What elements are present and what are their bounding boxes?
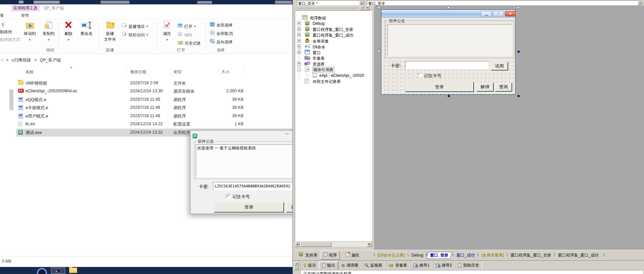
open-button[interactable]: 打开: [178, 23, 196, 30]
form-body[interactable]: 软件公告 卡密: 试用 记住卡号 登录 解绑 查询: [381, 17, 515, 95]
output-float-button[interactable]: □: [294, 266, 299, 270]
rename-button[interactable]: 重命名: [77, 20, 96, 44]
column-header-date[interactable]: 修改日期: [130, 69, 146, 75]
form-remember-label[interactable]: 记住卡号: [424, 73, 441, 79]
output-tab-search1[interactable]: 搜寻1: [410, 262, 433, 270]
combo-left-arrow[interactable]: [359, 1, 364, 5]
properties-button[interactable]: 属性: [159, 20, 175, 44]
form-card-input[interactable]: [405, 61, 489, 69]
file-row[interactable]: e卡密模式.e2023/7/16 11:46易程序38 KB: [16, 104, 292, 112]
form-remember-checkbox[interactable]: [418, 73, 422, 78]
form-query-button[interactable]: 查询: [495, 83, 512, 91]
output-tab-calls[interactable]: 调用表: [338, 262, 362, 270]
card-key-input[interactable]: LZ5C563E14575A4B8BB93A2DA9E2EA0502: [213, 182, 301, 190]
form-handle[interactable]: [518, 51, 520, 53]
login-button[interactable]: 登录: [214, 202, 284, 212]
breadcrumb[interactable]: > v23离线版 > QP_客户端: [6, 57, 63, 63]
minimize-button[interactable]: —: [282, 131, 292, 138]
file-tab[interactable]: [Dll命令定义表]: [374, 252, 408, 259]
panel-grip[interactable]: [297, 7, 357, 8]
column-separator[interactable]: [245, 68, 245, 75]
form-notice-textarea[interactable]: [387, 24, 512, 55]
output-tab-search2[interactable]: 搜寻2: [433, 262, 455, 270]
designed-form[interactable]: ▁ □ ✕ 软件公告 卡密: 试用 记住卡: [381, 9, 516, 95]
tab-view-fragment[interactable]: 看: [0, 13, 4, 18]
panel-float-button[interactable]: □: [360, 6, 364, 10]
output-close-button[interactable]: ×: [294, 262, 299, 266]
form-unbind-button[interactable]: 解绑: [477, 83, 493, 91]
tree-hscrollbar[interactable]: ◄ ►: [295, 242, 372, 247]
column-header-type[interactable]: 类型: [173, 69, 181, 75]
cut-button-fragment[interactable]: 刂: [0, 22, 4, 28]
column-separator[interactable]: [219, 68, 219, 75]
cortana-icon[interactable]: [37, 268, 47, 274]
remember-checkbox[interactable]: ✓: [226, 194, 230, 199]
output-tab-watch[interactable]: 监视表: [362, 262, 385, 270]
paste-shortcut-button-fragment[interactable]: 贴快捷方式: [0, 37, 20, 43]
file-tab-active[interactable]: 窗口_登录: [427, 252, 452, 259]
file-tab[interactable]: [全局变量表]: [478, 252, 507, 259]
notice-textarea[interactable]: 欢迎使用 一 量子云网络授权系统: [196, 144, 303, 177]
form-handle[interactable]: [448, 95, 450, 97]
select-all-button[interactable]: 全部选择: [210, 22, 232, 28]
form-designer-canvas[interactable]: ▁ □ ✕ 软件公告 卡密: 试用 记住卡: [374, 5, 644, 250]
combo-right-arrow[interactable]: [638, 1, 643, 5]
easy-access-button[interactable]: 轻松访问: [122, 32, 148, 38]
file-row[interactable]: lic.ini2024/12/24 14:22配置设置1 KB: [16, 120, 292, 128]
column-separator[interactable]: [170, 68, 171, 75]
file-tab[interactable]: 窗口_成功: [453, 252, 478, 259]
breadcrumb-item[interactable]: v23离线版: [10, 58, 33, 62]
file-row[interactable]: VMP授权锁2023/7/16 2:09文件夹: [16, 79, 292, 87]
window-select-combo-right[interactable]: 窗口_登录: [367, 0, 643, 5]
scroll-right-arrow[interactable]: ►: [367, 242, 372, 247]
form-handle[interactable]: [518, 95, 520, 97]
output-tab-output-selected[interactable]: 输出: [319, 262, 338, 270]
designer-handle[interactable]: [378, 6, 380, 9]
output-tab-variables[interactable]: 变量表: [385, 262, 410, 270]
form-maximize-button[interactable]: □: [493, 11, 504, 16]
invert-selection-button[interactable]: 反向选择: [210, 39, 232, 45]
output-tab-clip-history[interactable]: 剪辑历史: [455, 262, 482, 270]
output-content[interactable]: 正在统计需要编译的子程序: [300, 270, 643, 274]
form-trial-button[interactable]: 试用: [491, 62, 508, 70]
tab-manage[interactable]: 管理: [21, 13, 29, 18]
form-login-button[interactable]: 登录: [405, 82, 474, 92]
column-header-name[interactable]: 名称: [25, 69, 34, 75]
designer-handle[interactable]: [378, 50, 380, 52]
form-titlebar[interactable]: ▁ □ ✕: [381, 10, 515, 17]
taskbar-explorer-icon[interactable]: [69, 268, 77, 274]
scroll-thumb[interactable]: [301, 242, 331, 247]
move-to-button[interactable]: 移动到: [21, 20, 39, 44]
file-tab[interactable]: 窗口程序集_窗口_成功: [554, 252, 602, 259]
designer-handle[interactable]: [517, 6, 520, 9]
nav-scrollbar-thumb[interactable]: [9, 89, 13, 110]
delete-button[interactable]: 删除: [60, 20, 76, 44]
scroll-left-arrow[interactable]: ◄: [295, 242, 300, 247]
file-row[interactable]: e用户模式.e2023/7/16 11:46易程序39 KB: [16, 112, 292, 120]
taskbar[interactable]: [0, 267, 294, 274]
file-tab[interactable]: 窗口程序集_窗口_登录: [507, 252, 554, 259]
file-row[interactable]: EC eClientApi_-2002000904.ec2024/12/24 1…: [16, 87, 292, 95]
tab-support-libs[interactable]: 支持库: [296, 252, 319, 259]
form-close-button[interactable]: ✕: [505, 11, 516, 16]
contextual-tab-apptools[interactable]: 应用程序工具: [11, 5, 40, 11]
dialog-titlebar[interactable]: 易 —: [191, 131, 308, 139]
file-row[interactable]: eQQ模式.e2023/7/16 11:45易程序39 KB: [16, 96, 292, 104]
edit-button[interactable]: 编辑: [178, 32, 192, 38]
copy-path-button-fragment[interactable]: 制路径: [0, 29, 12, 35]
breadcrumb-item[interactable]: QP_客户端: [38, 58, 63, 62]
remember-label[interactable]: 记住卡号: [232, 194, 250, 200]
column-separator[interactable]: [126, 68, 126, 75]
panel-close-button[interactable]: ×: [365, 6, 369, 10]
window-select-combo-left[interactable]: 窗口_登录 *: [297, 0, 365, 5]
output-tab-hint[interactable]: 提示: [300, 262, 319, 270]
form-minimize-button[interactable]: ▁: [481, 11, 492, 16]
tab-program-selected[interactable]: 程序: [320, 251, 340, 260]
new-item-button[interactable]: 新建项目: [122, 23, 148, 30]
copy-to-button[interactable]: 复制到: [40, 20, 58, 44]
file-tab[interactable]: Debug: [408, 252, 427, 258]
address-bar[interactable]: > v23离线版 > QP_客户端: [0, 54, 294, 66]
taskbar-app-active[interactable]: [51, 268, 65, 274]
select-none-button[interactable]: 全部取消: [210, 30, 232, 37]
column-header-size[interactable]: 大小: [221, 69, 229, 75]
